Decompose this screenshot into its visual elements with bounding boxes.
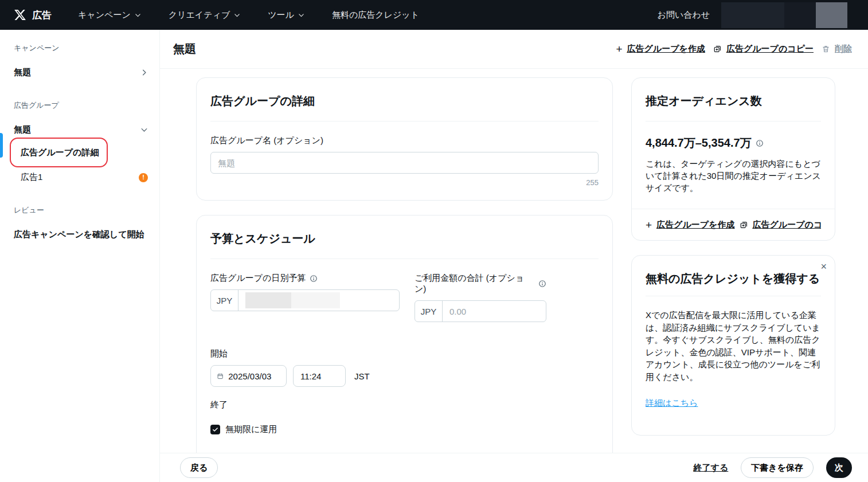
active-indicator-bar [0, 133, 3, 158]
timezone-label: JST [354, 371, 370, 381]
nav-campaign-menu[interactable]: キャンペーン [78, 10, 141, 21]
sidebar-section-review: レビュー [14, 205, 159, 215]
total-budget-label: ご利用金額の合計 (オプション) [415, 273, 546, 295]
bottom-action-bar: 戻る 終了する 下書きを保存 次 [160, 453, 868, 482]
audience-copy-adgroup-link[interactable]: 広告グループのコピー [753, 220, 821, 230]
main-header: 無題 + 広告グループを作成 広告グループのコピー 削除 [160, 30, 868, 69]
currency-prefix: JPY [211, 290, 238, 311]
checkbox-checked-icon[interactable] [210, 425, 220, 434]
sidebar-item-campaign-untitled[interactable]: 無題 [14, 67, 148, 78]
audience-description: これは、ターゲティングの選択内容にもとづいて計算された30日間の推定オーディエン… [646, 158, 821, 194]
start-time-input-wrap [293, 365, 346, 387]
redacted-value [291, 292, 340, 308]
info-icon[interactable] [310, 275, 318, 283]
avatar[interactable] [816, 2, 847, 28]
redacted-value [245, 292, 291, 308]
audience-range: 4,844.7万–5,354.7万 [646, 135, 821, 151]
no-end-checkbox-label: 無期限に運用 [225, 424, 277, 435]
chevron-right-icon [140, 69, 148, 76]
exit-link[interactable]: 終了する [694, 463, 729, 473]
x-logo-icon[interactable] [14, 9, 26, 21]
trash-icon [822, 45, 830, 53]
redacted-block [784, 2, 816, 28]
start-time-input[interactable] [300, 371, 338, 381]
start-date-input-wrap [210, 365, 287, 387]
divider [210, 121, 599, 122]
char-counter: 255 [210, 178, 599, 187]
info-icon[interactable] [756, 139, 764, 147]
nav-creative-menu[interactable]: クリエイティブ [169, 10, 240, 21]
copy-icon [713, 45, 722, 53]
divider [646, 121, 821, 122]
page-title: 無題 [173, 41, 196, 57]
next-button[interactable]: 次 [826, 457, 852, 478]
nav-tools-menu[interactable]: ツール [268, 10, 304, 21]
budget-schedule-card: 予算とスケジュール 広告グループの日別予算 JPY [196, 215, 613, 453]
sidebar-item-ad1[interactable]: 広告1 ! [21, 172, 148, 183]
redacted-account-block [721, 2, 784, 28]
adgroup-name-label: 広告グループ名 (オプション) [210, 135, 599, 146]
info-icon[interactable] [538, 280, 546, 288]
audience-card-title: 推定オーディエンス数 [646, 78, 821, 109]
sidebar: キャンペーン 無題 広告グループ 無題 広告グループの詳細 広告1 ! レビュー… [0, 30, 160, 482]
total-budget-input-wrap: JPY [415, 300, 546, 322]
sidebar-section-adgroup: 広告グループ [14, 100, 159, 111]
chevron-down-icon [298, 12, 304, 18]
daily-budget-label: 広告グループの日別予算 [210, 273, 400, 284]
adgroup-details-card-title: 広告グループの詳細 [210, 78, 599, 109]
sidebar-item-adgroup-untitled[interactable]: 無題 [14, 124, 148, 135]
daily-budget-input[interactable]: JPY [210, 289, 400, 311]
save-draft-button[interactable]: 下書きを保存 [741, 457, 814, 478]
copy-adgroup-button[interactable]: 広告グループのコピー [713, 44, 814, 54]
chevron-down-icon [234, 12, 240, 18]
nav-free-credit[interactable]: 無料の広告クレジット [332, 10, 419, 21]
plus-icon: + [646, 220, 652, 230]
sidebar-item-adgroup-details-highlighted[interactable]: 広告グループの詳細 [10, 138, 108, 167]
warning-badge-icon: ! [139, 173, 148, 182]
start-date-input[interactable] [228, 371, 280, 381]
learn-more-link[interactable]: 詳細はこちら [646, 398, 698, 409]
calendar-icon [217, 372, 224, 381]
top-navbar: 広告 キャンペーン クリエイティブ ツール 無料の広告クレジット お問い合わせ [0, 0, 868, 30]
copy-icon [740, 221, 748, 229]
divider [646, 296, 821, 296]
free-credit-card: × 無料の広告クレジットを獲得する Xでの広告配信を最大限に活用している企業は、… [631, 255, 835, 436]
back-button[interactable]: 戻る [180, 457, 218, 478]
plus-icon: + [616, 44, 622, 54]
sidebar-section-campaign: キャンペーン [14, 43, 159, 53]
no-end-checkbox-row[interactable]: 無期限に運用 [210, 424, 599, 435]
budget-card-title: 予算とスケジュール [210, 215, 599, 246]
audience-create-adgroup-link[interactable]: 広告グループを作成 [656, 220, 734, 230]
adgroup-details-card: 広告グループの詳細 広告グループ名 (オプション) 255 [196, 77, 613, 201]
chevron-down-icon [135, 12, 141, 18]
free-credit-body: Xでの広告配信を最大限に活用している企業は、認証済み組織にサブスクライブしていま… [646, 309, 821, 383]
adgroup-name-input[interactable] [210, 152, 599, 174]
free-credit-card-title: 無料の広告クレジットを獲得する [646, 256, 821, 287]
create-adgroup-button[interactable]: + 広告グループを作成 [616, 44, 705, 54]
total-budget-input[interactable] [449, 307, 539, 316]
chevron-down-icon [140, 126, 148, 134]
estimated-audience-card: 推定オーディエンス数 4,844.7万–5,354.7万 これは、ターゲティング… [631, 77, 835, 241]
sidebar-item-review-launch[interactable]: 広告キャンペーンを確認して開始 [14, 229, 148, 240]
end-label: 終了 [210, 399, 599, 410]
content-area: 広告グループの詳細 広告グループ名 (オプション) 255 予算とスケジュール … [160, 69, 868, 453]
delete-adgroup-button[interactable]: 削除 [822, 44, 852, 54]
currency-prefix: JPY [415, 301, 443, 322]
brand-label: 広告 [32, 9, 52, 22]
contact-link[interactable]: お問い合わせ [658, 10, 710, 21]
start-label: 開始 [210, 348, 599, 359]
close-icon[interactable]: × [820, 261, 827, 272]
